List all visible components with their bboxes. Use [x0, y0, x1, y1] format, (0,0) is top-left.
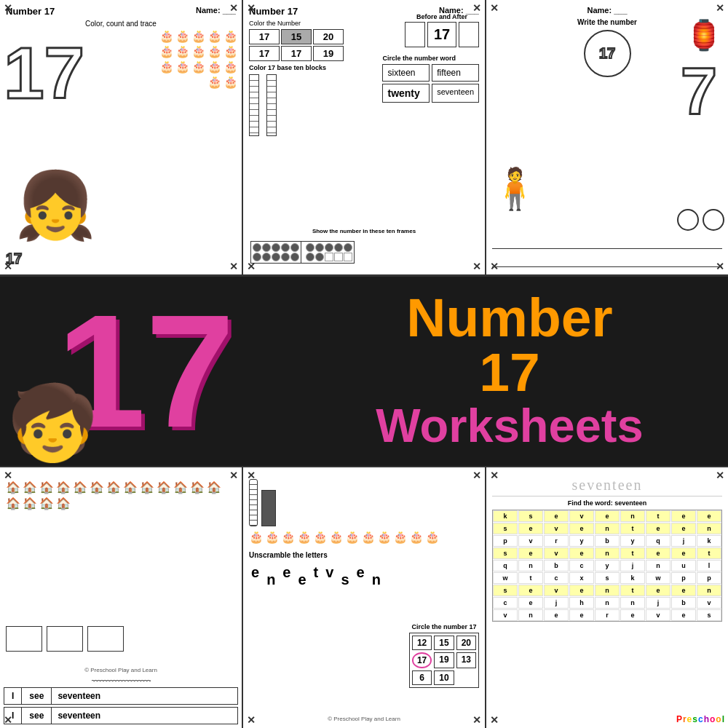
ws-cell-2-7: j [671, 535, 696, 547]
ws-cell-5-6: w [646, 572, 670, 584]
bp2-rect [261, 490, 276, 526]
circle17-grid: 12 15 20 17 19 13 6 10 [409, 633, 479, 688]
ws-cell-4-0: q [493, 560, 518, 571]
fc16 [306, 253, 314, 261]
ci9: 🏠 [140, 480, 154, 494]
bp1-x-bl: ✕ [4, 714, 12, 726]
logo-r: r [683, 714, 687, 724]
cake-16: 🎂 [207, 75, 222, 89]
ws-cell-6-3: e [569, 585, 594, 596]
cake-4: 🎂 [207, 29, 222, 43]
num-19: 19 [313, 46, 344, 61]
ci1: 🏠 [6, 480, 20, 494]
ws-cell-6-2: v [544, 585, 569, 596]
p3-x-bl: ✕ [490, 261, 499, 272]
ws-cell-7-6: j [646, 597, 670, 609]
bp2-cake6: 🎂 [329, 530, 344, 544]
girl-figure: 👧 [15, 173, 96, 238]
panel-2: ✕ ✕ Number 17 Name: ___ Color the Number… [243, 0, 486, 274]
num-15-highlight: 15 [281, 29, 312, 44]
ws-cell-4-1: n [518, 560, 543, 571]
bp2-cakes: 🎂 🎂 🎂 🎂 🎂 🎂 🎂 🎂 🎂 🎂 🎂 🎂 [249, 530, 479, 544]
ws-cell-2-8: k [697, 535, 721, 547]
logo-e: e [687, 714, 692, 724]
ws-cell-1-0: s [493, 523, 518, 534]
panel3-name-label: Name: ___ [587, 6, 627, 15]
ws-cell-2-0: p [493, 535, 518, 547]
cake-11: 🎂 [159, 60, 174, 74]
ws-cell-0-0: k [493, 510, 518, 522]
panel1-header: Number 17 Name: ___ [6, 6, 236, 17]
word-search-grid: kseventeeseventeenpvrybyqjkseventeetqnbc… [492, 510, 722, 622]
ws-cell-1-8: n [697, 523, 721, 534]
ci14: 🏠 [6, 496, 20, 510]
panel1-title: Number 17 [6, 6, 55, 17]
ws-cell-7-2: j [544, 597, 569, 609]
sent-see-2: see [22, 708, 52, 724]
p2-x-bl: ✕ [247, 261, 256, 272]
panel1-cakes: 🎂 🎂 🎂 🎂 🎂 🎂 🎂 🎂 🎂 🎂 🎂 🎂 🎂 🎂 🎂 🎂 🎂 [151, 29, 238, 89]
sent-see-1: see [22, 688, 52, 704]
bp2-cake1: 🎂 [249, 530, 264, 544]
count-box-2 [47, 626, 83, 652]
bp3-x-bl: ✕ [490, 714, 499, 726]
bp2-x-tr: ✕ [472, 470, 481, 481]
write-line-1 [492, 233, 722, 249]
unscramble-label: Unscramble the letters [249, 551, 479, 559]
ws-cell-3-3: e [569, 547, 594, 559]
fc3 [272, 243, 280, 252]
ws-cell-6-0: s [493, 585, 518, 596]
ten-frames [250, 241, 355, 264]
ws-cell-6-6: e [646, 585, 670, 596]
circle-word-section: Circle the number word sixteen fifteen t… [382, 55, 479, 103]
panel1-big-number: 17 [4, 36, 84, 109]
logo-p: P [676, 714, 682, 724]
word-sixteen: sixteen [382, 64, 430, 82]
letter-e3: e [298, 571, 306, 588]
ws-cell-4-8: l [697, 560, 721, 571]
c17-6: 6 [412, 670, 432, 685]
ba-left-box [405, 22, 425, 47]
ws-cell-7-1: e [518, 597, 543, 609]
sentence-rows: I see seventeen I see seventeen [4, 687, 238, 724]
cursive-seventeen: seventeen [492, 473, 722, 496]
c17-20: 20 [456, 636, 476, 650]
ci15: 🏠 [23, 496, 37, 510]
ws-cell-7-0: c [493, 597, 518, 609]
block-2 [266, 74, 277, 136]
letter-e4: e [357, 564, 365, 588]
fc1 [253, 243, 261, 252]
p3-x-tr: ✕ [716, 2, 724, 14]
c17-13: 13 [456, 652, 476, 668]
ws-cell-5-2: c [544, 572, 569, 584]
logo-o2: o [716, 714, 721, 724]
cake-17: 🎂 [223, 75, 238, 89]
fc11 [306, 243, 314, 252]
bp2-cake12: 🎂 [425, 530, 440, 544]
ws-cell-0-2: e [544, 510, 569, 522]
logo-l: l [722, 714, 724, 724]
panel-3: ✕ ✕ Name: ___ Write the number 17 🏮 🧍 7 [486, 0, 728, 274]
sent-seventeen-1: seventeen [52, 688, 106, 704]
ws-cell-4-4: y [595, 560, 620, 571]
banner-worksheets-label: Worksheets [376, 400, 643, 452]
middle-banner: 🧒 17 Number 17 Worksheets [0, 277, 728, 466]
ws-cell-7-3: h [569, 597, 594, 609]
fc10 [290, 253, 299, 261]
ws-cell-5-1: t [518, 572, 543, 584]
cake-15: 🎂 [223, 60, 238, 74]
ci13: 🏠 [207, 480, 221, 494]
c17-10: 10 [434, 670, 454, 685]
ws-cell-3-6: e [646, 547, 670, 559]
bottom-section: ✕ ✕ 🏠 🏠 🏠 🏠 🏠 🏠 🏠 🏠 🏠 🏠 🏠 🏠 🏠 🏠 🏠 🏠 [0, 466, 728, 728]
ws-cell-1-6: e [646, 523, 670, 534]
count-boxes [6, 626, 124, 652]
fc20-empty [344, 253, 352, 261]
logo-s: s [692, 714, 697, 724]
ws-cell-7-7: b [671, 597, 696, 609]
cake-8: 🎂 [191, 44, 206, 58]
ws-cell-0-5: n [620, 510, 645, 522]
cake-2: 🎂 [175, 29, 190, 43]
fc9 [281, 253, 290, 261]
ws-cell-8-6: v [646, 609, 670, 621]
